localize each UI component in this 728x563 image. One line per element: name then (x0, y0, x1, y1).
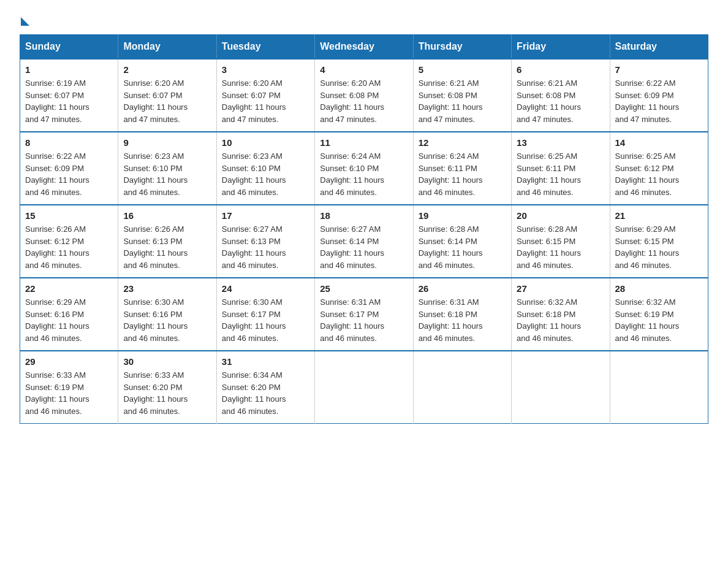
empty-cell (315, 351, 413, 424)
calendar-day-29: 29 Sunrise: 6:33 AM Sunset: 6:19 PM Dayl… (20, 351, 118, 424)
day-info: Sunrise: 6:25 AM Sunset: 6:12 PM Dayligh… (615, 150, 703, 198)
day-info: Sunrise: 6:28 AM Sunset: 6:14 PM Dayligh… (419, 223, 506, 271)
calendar-week-1: 1 Sunrise: 6:19 AM Sunset: 6:07 PM Dayli… (20, 59, 708, 132)
calendar-day-5: 5 Sunrise: 6:21 AM Sunset: 6:08 PM Dayli… (413, 59, 511, 132)
day-info: Sunrise: 6:23 AM Sunset: 6:10 PM Dayligh… (123, 150, 211, 198)
day-number: 11 (320, 137, 408, 148)
day-number: 21 (615, 210, 703, 221)
weekday-header-sunday: Sunday (20, 35, 118, 59)
calendar-day-16: 16 Sunrise: 6:26 AM Sunset: 6:13 PM Dayl… (118, 205, 216, 278)
day-number: 20 (517, 210, 604, 221)
day-number: 3 (222, 64, 309, 75)
day-number: 29 (25, 356, 113, 367)
calendar-day-31: 31 Sunrise: 6:34 AM Sunset: 6:20 PM Dayl… (216, 351, 314, 424)
day-number: 25 (320, 283, 408, 294)
logo (20, 15, 29, 23)
day-number: 7 (615, 64, 703, 75)
weekday-header-monday: Monday (118, 35, 216, 59)
calendar-day-19: 19 Sunrise: 6:28 AM Sunset: 6:14 PM Dayl… (413, 205, 511, 278)
calendar-day-12: 12 Sunrise: 6:24 AM Sunset: 6:11 PM Dayl… (413, 132, 511, 205)
day-number: 8 (25, 137, 113, 148)
day-info: Sunrise: 6:24 AM Sunset: 6:10 PM Dayligh… (320, 150, 408, 198)
calendar-day-6: 6 Sunrise: 6:21 AM Sunset: 6:08 PM Dayli… (512, 59, 610, 132)
calendar-day-11: 11 Sunrise: 6:24 AM Sunset: 6:10 PM Dayl… (315, 132, 413, 205)
weekday-header-thursday: Thursday (413, 35, 511, 59)
day-number: 30 (123, 356, 211, 367)
day-number: 22 (25, 283, 113, 294)
day-number: 17 (222, 210, 309, 221)
day-info: Sunrise: 6:21 AM Sunset: 6:08 PM Dayligh… (517, 77, 604, 125)
calendar-day-17: 17 Sunrise: 6:27 AM Sunset: 6:13 PM Dayl… (216, 205, 314, 278)
day-info: Sunrise: 6:25 AM Sunset: 6:11 PM Dayligh… (517, 150, 604, 198)
day-info: Sunrise: 6:23 AM Sunset: 6:10 PM Dayligh… (222, 150, 309, 198)
day-info: Sunrise: 6:32 AM Sunset: 6:19 PM Dayligh… (615, 296, 703, 344)
calendar-day-26: 26 Sunrise: 6:31 AM Sunset: 6:18 PM Dayl… (413, 278, 511, 351)
calendar-day-1: 1 Sunrise: 6:19 AM Sunset: 6:07 PM Dayli… (20, 59, 118, 132)
calendar-day-14: 14 Sunrise: 6:25 AM Sunset: 6:12 PM Dayl… (610, 132, 708, 205)
day-info: Sunrise: 6:20 AM Sunset: 6:07 PM Dayligh… (222, 77, 309, 125)
day-info: Sunrise: 6:33 AM Sunset: 6:19 PM Dayligh… (25, 369, 113, 417)
calendar-day-27: 27 Sunrise: 6:32 AM Sunset: 6:18 PM Dayl… (512, 278, 610, 351)
day-number: 5 (419, 64, 506, 75)
calendar-day-25: 25 Sunrise: 6:31 AM Sunset: 6:17 PM Dayl… (315, 278, 413, 351)
day-info: Sunrise: 6:26 AM Sunset: 6:13 PM Dayligh… (123, 223, 211, 271)
calendar-week-2: 8 Sunrise: 6:22 AM Sunset: 6:09 PM Dayli… (20, 132, 708, 205)
day-info: Sunrise: 6:21 AM Sunset: 6:08 PM Dayligh… (419, 77, 506, 125)
day-number: 15 (25, 210, 113, 221)
day-info: Sunrise: 6:32 AM Sunset: 6:18 PM Dayligh… (517, 296, 604, 344)
day-info: Sunrise: 6:27 AM Sunset: 6:13 PM Dayligh… (222, 223, 309, 271)
weekday-header-friday: Friday (512, 35, 610, 59)
calendar-day-7: 7 Sunrise: 6:22 AM Sunset: 6:09 PM Dayli… (610, 59, 708, 132)
day-info: Sunrise: 6:31 AM Sunset: 6:18 PM Dayligh… (419, 296, 506, 344)
calendar-week-4: 22 Sunrise: 6:29 AM Sunset: 6:16 PM Dayl… (20, 278, 708, 351)
logo-arrow-icon (21, 17, 29, 26)
empty-cell (512, 351, 610, 424)
day-number: 24 (222, 283, 309, 294)
calendar-day-28: 28 Sunrise: 6:32 AM Sunset: 6:19 PM Dayl… (610, 278, 708, 351)
day-info: Sunrise: 6:22 AM Sunset: 6:09 PM Dayligh… (615, 77, 703, 125)
day-info: Sunrise: 6:34 AM Sunset: 6:20 PM Dayligh… (222, 369, 309, 417)
day-number: 1 (25, 64, 113, 75)
day-number: 6 (517, 64, 604, 75)
day-number: 9 (123, 137, 211, 148)
day-number: 28 (615, 283, 703, 294)
day-number: 19 (419, 210, 506, 221)
day-info: Sunrise: 6:20 AM Sunset: 6:08 PM Dayligh… (320, 77, 408, 125)
calendar-week-5: 29 Sunrise: 6:33 AM Sunset: 6:19 PM Dayl… (20, 351, 708, 424)
day-info: Sunrise: 6:27 AM Sunset: 6:14 PM Dayligh… (320, 223, 408, 271)
day-number: 10 (222, 137, 309, 148)
calendar-day-30: 30 Sunrise: 6:33 AM Sunset: 6:20 PM Dayl… (118, 351, 216, 424)
calendar-day-15: 15 Sunrise: 6:26 AM Sunset: 6:12 PM Dayl… (20, 205, 118, 278)
day-info: Sunrise: 6:28 AM Sunset: 6:15 PM Dayligh… (517, 223, 604, 271)
day-info: Sunrise: 6:24 AM Sunset: 6:11 PM Dayligh… (419, 150, 506, 198)
day-number: 2 (123, 64, 211, 75)
calendar-day-23: 23 Sunrise: 6:30 AM Sunset: 6:16 PM Dayl… (118, 278, 216, 351)
calendar-day-20: 20 Sunrise: 6:28 AM Sunset: 6:15 PM Dayl… (512, 205, 610, 278)
day-info: Sunrise: 6:19 AM Sunset: 6:07 PM Dayligh… (25, 77, 113, 125)
day-info: Sunrise: 6:22 AM Sunset: 6:09 PM Dayligh… (25, 150, 113, 198)
calendar-week-3: 15 Sunrise: 6:26 AM Sunset: 6:12 PM Dayl… (20, 205, 708, 278)
calendar-day-8: 8 Sunrise: 6:22 AM Sunset: 6:09 PM Dayli… (20, 132, 118, 205)
day-number: 23 (123, 283, 211, 294)
weekday-header-tuesday: Tuesday (216, 35, 314, 59)
day-info: Sunrise: 6:33 AM Sunset: 6:20 PM Dayligh… (123, 369, 211, 417)
calendar-day-13: 13 Sunrise: 6:25 AM Sunset: 6:11 PM Dayl… (512, 132, 610, 205)
calendar-day-10: 10 Sunrise: 6:23 AM Sunset: 6:10 PM Dayl… (216, 132, 314, 205)
calendar-day-22: 22 Sunrise: 6:29 AM Sunset: 6:16 PM Dayl… (20, 278, 118, 351)
day-info: Sunrise: 6:30 AM Sunset: 6:17 PM Dayligh… (222, 296, 309, 344)
day-info: Sunrise: 6:30 AM Sunset: 6:16 PM Dayligh… (123, 296, 211, 344)
calendar-day-18: 18 Sunrise: 6:27 AM Sunset: 6:14 PM Dayl… (315, 205, 413, 278)
day-number: 13 (517, 137, 604, 148)
calendar-day-21: 21 Sunrise: 6:29 AM Sunset: 6:15 PM Dayl… (610, 205, 708, 278)
weekday-header-saturday: Saturday (610, 35, 708, 59)
day-number: 4 (320, 64, 408, 75)
calendar-day-2: 2 Sunrise: 6:20 AM Sunset: 6:07 PM Dayli… (118, 59, 216, 132)
calendar-table: SundayMondayTuesdayWednesdayThursdayFrid… (20, 34, 708, 424)
empty-cell (413, 351, 511, 424)
day-info: Sunrise: 6:29 AM Sunset: 6:15 PM Dayligh… (615, 223, 703, 271)
day-number: 27 (517, 283, 604, 294)
day-number: 16 (123, 210, 211, 221)
weekday-header-wednesday: Wednesday (315, 35, 413, 59)
empty-cell (610, 351, 708, 424)
day-info: Sunrise: 6:26 AM Sunset: 6:12 PM Dayligh… (25, 223, 113, 271)
